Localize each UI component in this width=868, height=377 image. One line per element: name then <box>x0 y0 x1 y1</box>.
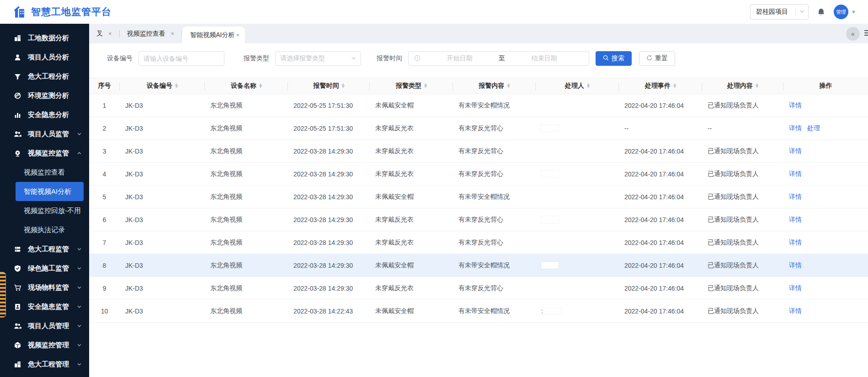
cell-handle-time: 2022-04-20 17:46:04 <box>619 163 702 185</box>
sidebar-item[interactable]: 安全隐患分析 <box>0 105 89 124</box>
sort-icon[interactable]: ▲▼ <box>587 84 590 88</box>
chevron-down-icon <box>77 343 82 348</box>
column-header[interactable]: 处理事件▲▼ <box>619 78 702 94</box>
cell-index: 6 <box>89 208 120 231</box>
sidebar-item-label: 项目人员管理 <box>28 322 69 330</box>
cell-handle-content: 已通知现场负责人 <box>702 140 783 162</box>
sidebar-subitem[interactable]: 视频监控回放-不用 <box>0 201 89 220</box>
refresh-icon <box>646 55 652 62</box>
sidebar-item[interactable]: 项目人员监管 <box>0 124 89 143</box>
detail-link[interactable]: 详情 <box>789 147 802 155</box>
table-row: 9JK-D3东北角视频2022-03-28 14:29:30未穿戴反光衣有未穿反… <box>89 277 868 300</box>
sort-icon[interactable]: ▲▼ <box>424 84 427 88</box>
end-date-placeholder[interactable]: 结束日期 <box>505 54 583 63</box>
close-icon[interactable]: × <box>108 30 112 37</box>
cell-alarm-time: 2022-03-28 14:29:30 <box>288 277 370 299</box>
reset-button[interactable]: 重置 <box>639 51 675 66</box>
column-header-label: 报警类型 <box>396 82 421 90</box>
range-separator: 至 <box>499 54 505 63</box>
sidebar-subitem[interactable]: 智能视频AI分析 <box>16 182 84 201</box>
cell-handle-time: -- <box>619 117 702 139</box>
detail-link[interactable]: 详情 <box>789 239 802 247</box>
cell-alarm-content: 有未穿反光背心 <box>453 208 536 231</box>
cell-actions: 详情处理 <box>783 117 868 139</box>
column-header[interactable]: 处理人▲▼ <box>536 78 619 94</box>
cell-alarm-type: 未穿戴反光衣 <box>370 163 453 185</box>
sidebar-item[interactable]: 视频监控监管 <box>0 143 89 163</box>
user-menu[interactable]: 管理 ▼ <box>834 5 856 19</box>
detail-link[interactable]: 详情 <box>789 101 802 110</box>
detail-link[interactable]: 详情 <box>789 193 802 201</box>
detail-link[interactable]: 详情 <box>789 261 802 270</box>
column-header[interactable]: 设备编号▲▼ <box>120 78 205 94</box>
sort-icon[interactable]: ▲▼ <box>341 84 344 88</box>
detail-link[interactable]: 详情 <box>789 124 802 133</box>
notification-bell-icon[interactable] <box>817 8 825 16</box>
cell-alarm-type: 未佩戴安全帽 <box>370 186 453 208</box>
chevron-down-icon <box>77 324 82 329</box>
detail-link[interactable]: 详情 <box>789 170 802 178</box>
tab[interactable]: 智能视频AI分析× <box>182 27 245 43</box>
sidebar-item[interactable]: 现场物料监管 <box>0 278 89 297</box>
sidebar-item[interactable]: 绿色施工监管 <box>0 259 89 278</box>
users-icon <box>14 322 21 330</box>
project-select[interactable]: 碧桂园项目 <box>750 4 809 20</box>
sort-icon[interactable]: ▲▼ <box>507 84 510 88</box>
cell-index: 7 <box>89 231 120 254</box>
cell-device-no: JK-D3 <box>120 208 205 231</box>
sidebar-item[interactable]: 工地数据分析 <box>0 28 89 48</box>
cell-actions: 详情 <box>783 277 868 299</box>
detail-link[interactable]: 详情 <box>789 216 802 224</box>
column-header[interactable]: 报警内容▲▼ <box>453 78 536 94</box>
sidebar-item[interactable]: 项目人员分析 <box>0 48 89 67</box>
cell-device-name: 东北角视频 <box>205 186 288 208</box>
sidebar-subitem[interactable]: 视频监控查看 <box>0 163 89 182</box>
alarm-analysis-page: 设备编号 报警类型 请选择报警类型 报警时间 开始日期 至 结束日期 搜索 <box>89 43 868 377</box>
column-header: 操作 <box>783 78 868 94</box>
detail-link[interactable]: 详情 <box>789 307 802 315</box>
tab[interactable]: 叉× <box>89 24 119 43</box>
search-button[interactable]: 搜索 <box>596 51 632 66</box>
sidebar-item[interactable]: 危大工程分析 <box>0 67 89 86</box>
tab-menu-icon[interactable] <box>864 30 868 36</box>
sidebar-item[interactable]: 安全隐患监管 <box>0 297 89 316</box>
alarm-type-select[interactable]: 请选择报警类型 <box>275 51 361 66</box>
handle-link[interactable]: 处理 <box>807 124 820 133</box>
sidebar-item[interactable]: 项目人员管理 <box>0 316 89 335</box>
badge-icon <box>14 303 21 311</box>
sort-icon[interactable]: ▲▼ <box>175 84 178 88</box>
start-date-placeholder[interactable]: 开始日期 <box>421 54 499 63</box>
alarm-time-range-picker[interactable]: 开始日期 至 结束日期 <box>408 51 589 66</box>
avatar[interactable]: 管理 <box>834 5 848 19</box>
sort-icon[interactable]: ▲▼ <box>756 84 758 88</box>
cell-actions: 详情 <box>783 186 868 208</box>
detail-link[interactable]: 详情 <box>789 284 802 292</box>
collapse-tabs-button[interactable]: « <box>846 27 860 41</box>
cell-alarm-time: 2022-03-28 14:29:30 <box>288 254 370 276</box>
column-header[interactable]: 报警时间▲▼ <box>288 78 370 94</box>
device-no-input[interactable] <box>138 51 224 66</box>
column-header[interactable]: 报警类型▲▼ <box>370 78 453 94</box>
sort-icon[interactable]: ▲▼ <box>673 84 676 88</box>
cell-index: 1 <box>89 94 120 117</box>
cell-handle-time: 2022-04-20 17:46:04 <box>619 300 702 322</box>
sidebar-subitem[interactable]: 视频执法记录 <box>0 220 89 239</box>
sidebar-subitem-label: 视频监控回放-不用 <box>24 207 81 215</box>
sidebar-item[interactable]: 危大工程管理 <box>0 355 89 374</box>
close-icon[interactable]: × <box>171 30 175 37</box>
column-header[interactable]: 设备名称▲▼ <box>205 78 288 94</box>
sort-icon[interactable]: ▲▼ <box>259 84 262 88</box>
cell-alarm-time: 2022-05-25 17:51:30 <box>288 94 370 117</box>
alarm-type-placeholder: 请选择报警类型 <box>280 54 351 63</box>
sidebar-item[interactable]: 环境监测分析 <box>0 86 89 105</box>
table-header-row: 序号设备编号▲▼设备名称▲▼报警时间▲▼报警类型▲▼报警内容▲▼处理人▲▼处理事… <box>89 78 868 94</box>
close-icon[interactable]: × <box>236 32 240 38</box>
sidebar-item[interactable]: 危大工程监管 <box>0 239 89 259</box>
column-header[interactable]: 处理内容▲▼ <box>702 78 783 94</box>
cell-device-name: 东北角视频 <box>205 231 288 254</box>
tab[interactable]: 视频监控查看× <box>120 24 182 43</box>
sidebar-item[interactable]: 视频监控管理 <box>0 335 89 355</box>
handle-widget[interactable] <box>0 272 6 318</box>
logo-icon <box>13 5 27 19</box>
cell-actions: 详情 <box>783 254 868 276</box>
